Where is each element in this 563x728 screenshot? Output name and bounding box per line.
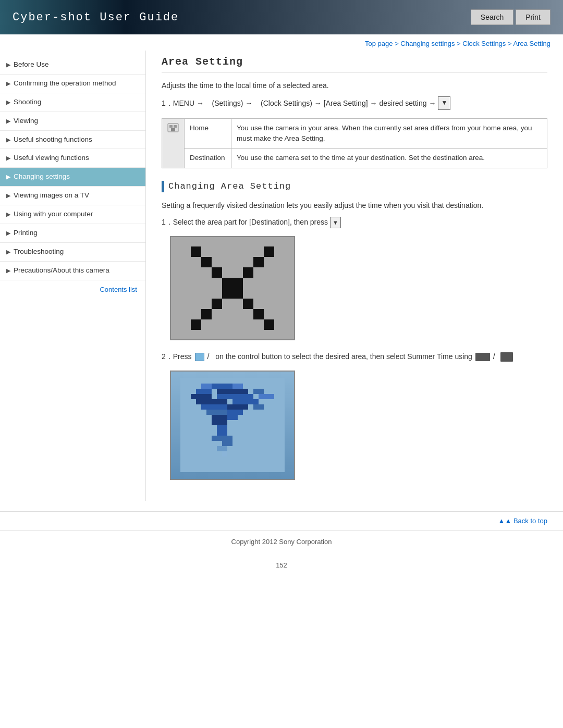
svg-rect-4	[191, 246, 201, 257]
sidebar-label: Useful viewing functions	[14, 153, 89, 163]
header-buttons: Search Print	[471, 9, 550, 25]
map-image	[180, 378, 285, 472]
breadcrumb-clock[interactable]: Clock Settings	[462, 40, 506, 47]
search-button[interactable]: Search	[471, 9, 513, 25]
svg-rect-5	[264, 246, 274, 257]
svg-rect-19	[212, 384, 232, 389]
sidebar-label: Shooting	[14, 97, 41, 107]
arrow-icon: ▶	[6, 192, 10, 200]
sidebar-item-useful-viewing[interactable]: ▶ Useful viewing functions	[0, 149, 145, 168]
step1-text: 1．Select the area part for [Destination]…	[162, 216, 547, 229]
breadcrumb-changing[interactable]: Changing settings	[400, 40, 455, 47]
home-icon-cell	[162, 118, 185, 168]
svg-rect-23	[253, 389, 264, 394]
sidebar-item-viewing[interactable]: ▶ Viewing	[0, 112, 145, 131]
breadcrumb-top[interactable]: Top page	[365, 40, 393, 47]
menu-desired: desired setting →	[379, 97, 436, 110]
arrow-icon: ▶	[6, 211, 10, 218]
section-heading: Changing Area Setting	[162, 181, 547, 192]
back-to-top[interactable]: ▲▲ Back to top	[0, 511, 563, 530]
svg-rect-22	[217, 389, 248, 394]
breadcrumb: Top page > Changing settings > Clock Set…	[0, 34, 563, 51]
arrow-icon: ▶	[6, 267, 10, 275]
svg-rect-33	[227, 410, 243, 415]
svg-rect-34	[212, 415, 227, 425]
sidebar-item-before-use[interactable]: ▶ Before Use	[0, 56, 145, 75]
step2-text: 2．Press / on the control button to selec…	[162, 351, 547, 363]
header: Cyber-shot User Guide Search Print	[0, 0, 563, 34]
sidebar-label: Viewing	[14, 116, 38, 126]
svg-rect-27	[196, 399, 227, 404]
step2-slash: /	[493, 351, 495, 363]
breadcrumb-area[interactable]: Area Setting	[513, 40, 550, 47]
sidebar-item-confirming[interactable]: ▶ Confirming the operation method	[0, 75, 145, 93]
menu-step: 1．MENU →	[162, 97, 204, 110]
sidebar-item-viewing-tv[interactable]: ▶ Viewing images on a TV	[0, 187, 145, 205]
svg-rect-14	[253, 309, 264, 319]
page-description: Adjusts the time to the local time of a …	[162, 80, 547, 91]
arrow-icon: ▶	[6, 173, 10, 181]
svg-rect-25	[217, 394, 253, 399]
camera-screen-1	[170, 236, 295, 340]
settings-table: Home You use the camera in your area. Wh…	[162, 118, 547, 168]
svg-rect-9	[243, 267, 253, 278]
svg-rect-37	[212, 436, 222, 441]
step1-label: 1．Select the area part for [Destination]…	[162, 216, 328, 229]
menu-settings: (Settings) →	[206, 97, 252, 110]
sidebar-item-changing-settings[interactable]: ▶ Changing settings	[0, 168, 145, 187]
svg-rect-12	[243, 299, 253, 309]
svg-rect-39	[217, 446, 227, 451]
print-button[interactable]: Print	[516, 9, 550, 25]
svg-rect-8	[212, 267, 222, 278]
svg-rect-2	[174, 125, 177, 128]
menu-clock: (Clock Settings) →	[254, 97, 321, 110]
app-title: Cyber-shot User Guide	[13, 11, 179, 24]
svg-rect-10	[222, 278, 243, 299]
sidebar-label: Printing	[14, 228, 38, 238]
svg-rect-38	[222, 436, 232, 446]
svg-rect-3	[171, 128, 175, 131]
sidebar-label: Viewing images on a TV	[14, 191, 89, 201]
svg-rect-29	[201, 404, 227, 410]
section-description: Setting a frequently visited destination…	[162, 200, 547, 211]
svg-rect-18	[201, 384, 212, 389]
svg-rect-16	[264, 319, 274, 330]
camera-screen-2	[170, 371, 295, 480]
arrow-icon: ▶	[6, 136, 10, 144]
menu-instruction: 1．MENU → (Settings) → (Clock Settings) →…	[162, 96, 547, 110]
sidebar-item-precautions[interactable]: ▶ Precautions/About this camera	[0, 262, 145, 280]
contents-list-link[interactable]: Contents list	[0, 280, 145, 299]
arrow-icon: ▶	[6, 229, 10, 237]
svg-rect-31	[253, 404, 264, 410]
sidebar-item-computer[interactable]: ▶ Using with your computer	[0, 205, 145, 224]
arrow-icon: ▶	[6, 61, 10, 69]
svg-rect-28	[232, 399, 259, 404]
svg-rect-21	[196, 389, 212, 394]
menu-area: [Area Setting] →	[324, 97, 377, 110]
section-title: Changing Area Setting	[168, 181, 291, 191]
destination-label: Destination	[185, 149, 231, 168]
svg-rect-20	[232, 384, 243, 389]
sidebar-label: Changing settings	[14, 172, 70, 182]
back-to-top-link[interactable]: ▲▲ Back to top	[498, 517, 547, 525]
sidebar: ▶ Before Use ▶ Confirming the operation …	[0, 51, 146, 501]
page-number: 152	[0, 553, 563, 577]
sidebar-label: Using with your computer	[14, 209, 93, 219]
sidebar-item-shooting[interactable]: ▶ Shooting	[0, 93, 145, 112]
svg-rect-36	[217, 425, 227, 436]
svg-rect-6	[201, 257, 212, 267]
main-layout: ▶ Before Use ▶ Confirming the operation …	[0, 51, 563, 511]
home-icon	[167, 123, 179, 132]
sidebar-item-useful-shooting[interactable]: ▶ Useful shooting functions	[0, 131, 145, 150]
page-title: Area Setting	[162, 56, 547, 72]
copyright: Copyright 2012 Sony Corporation	[231, 538, 332, 546]
arrow-icon: ▶	[6, 154, 10, 162]
home-label: Home	[185, 118, 231, 149]
step2-separator: /	[207, 351, 210, 363]
svg-rect-26	[259, 394, 274, 399]
sidebar-item-troubleshooting[interactable]: ▶ Troubleshooting	[0, 243, 145, 262]
sidebar-label: Troubleshooting	[14, 247, 64, 257]
sidebar-item-printing[interactable]: ▶ Printing	[0, 224, 145, 243]
down-button-icon: ▼	[438, 96, 450, 110]
step2-middle: on the control button to select the desi…	[211, 351, 472, 363]
